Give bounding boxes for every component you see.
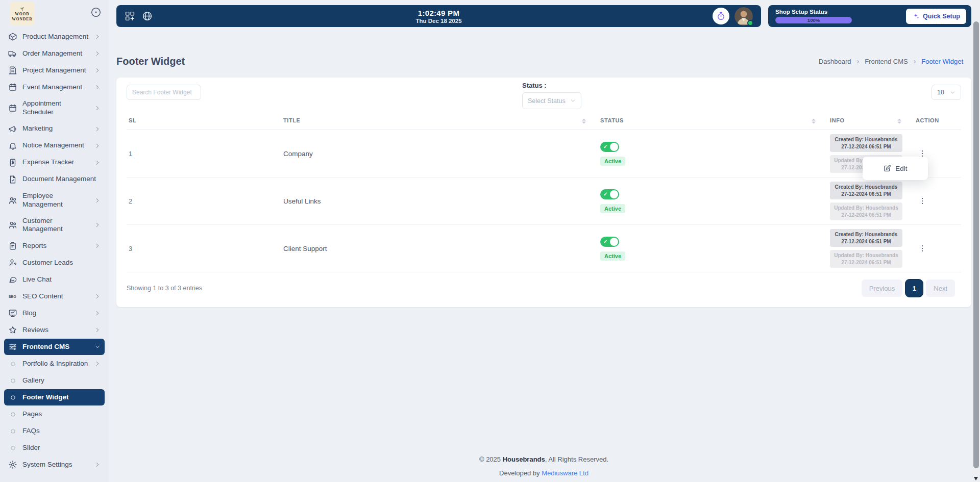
sidebar-item-document-management[interactable]: Document Management bbox=[4, 171, 105, 188]
breadcrumb-dashboard[interactable]: Dashboard bbox=[819, 58, 851, 65]
chevron-right-icon bbox=[94, 243, 101, 249]
sidebar-item-frontend-cms[interactable]: Frontend CMS bbox=[4, 339, 105, 355]
scrollbar-down-arrow[interactable] bbox=[974, 477, 978, 480]
sidebar-item-label: Footer Widget bbox=[22, 393, 101, 402]
seo-icon: SEO bbox=[8, 292, 17, 301]
sidebar-collapse-icon[interactable] bbox=[90, 7, 102, 18]
sidebar-item-footer-widget[interactable]: Footer Widget bbox=[4, 389, 105, 405]
cell-info: Created By: Housebrands 27-12-2024 06:51… bbox=[828, 225, 914, 272]
chevron-down-icon bbox=[570, 98, 576, 104]
search-input[interactable] bbox=[127, 85, 201, 100]
sidebar-item-label: Live Chat bbox=[22, 275, 101, 284]
cell-status: ✓ Active bbox=[598, 177, 828, 225]
sidebar-item-reports[interactable]: Reports bbox=[4, 238, 105, 254]
sidebar-item-marketing[interactable]: Marketing bbox=[4, 121, 105, 137]
sidebar-item-label: Appointment Scheduler bbox=[22, 99, 89, 117]
sidebar-item-blog[interactable]: Blog bbox=[4, 305, 105, 321]
sidebar-item-label: Customer Leads bbox=[22, 259, 101, 267]
bell-icon bbox=[8, 141, 17, 150]
table-footer: Showing 1 to 3 of 3 entries Previous 1 N… bbox=[127, 272, 961, 307]
sidebar-item-gallery[interactable]: Gallery bbox=[4, 372, 105, 389]
column-header-status[interactable]: STATUS bbox=[598, 113, 828, 130]
sidebar-item-live-chat[interactable]: Live Chat bbox=[4, 271, 105, 288]
status-toggle[interactable]: ✓ bbox=[600, 189, 619, 199]
globe-icon[interactable] bbox=[142, 11, 153, 21]
sidebar-item-label: Event Management bbox=[22, 83, 89, 92]
breadcrumb-frontend-cms[interactable]: Frontend CMS bbox=[865, 58, 908, 65]
sidebar-item-appointment-scheduler[interactable]: Appointment Scheduler bbox=[4, 96, 105, 120]
sidebar-item-customer-leads[interactable]: Customer Leads bbox=[4, 255, 105, 271]
sidebar-item-project-management[interactable]: Project Management bbox=[4, 62, 105, 79]
sidebar-item-faqs[interactable]: FAQs bbox=[4, 423, 105, 439]
sidebar-item-employee-management[interactable]: Employee Management bbox=[4, 188, 105, 213]
topbar-left bbox=[125, 11, 153, 21]
sparkles-icon bbox=[912, 12, 920, 20]
chevron-right-icon bbox=[94, 34, 101, 40]
sidebar-item-product-management[interactable]: Product Management bbox=[4, 29, 105, 45]
table-row-client-support: 3 Client Support ✓ Active Created By: Ho… bbox=[127, 225, 961, 272]
main-area: 1:02:49 PM Thu Dec 18 2025 bbox=[109, 0, 980, 482]
page-number-button[interactable]: 1 bbox=[905, 280, 923, 297]
sidebar-item-label: Order Management bbox=[22, 49, 89, 58]
quick-setup-button[interactable]: Quick Setup bbox=[906, 9, 966, 24]
chevron-right-icon bbox=[94, 126, 101, 132]
sidebar-item-system-settings[interactable]: System Settings bbox=[4, 456, 105, 473]
check-icon: ✓ bbox=[603, 144, 607, 149]
topbar-right bbox=[713, 7, 753, 26]
chevron-right-icon bbox=[94, 222, 101, 228]
cell-action bbox=[914, 225, 961, 272]
per-page-value: 10 bbox=[937, 89, 944, 96]
previous-page-button[interactable]: Previous bbox=[862, 280, 903, 297]
sidebar-item-event-management[interactable]: Event Management bbox=[4, 79, 105, 95]
sidebar-item-portfolio-inspiration[interactable]: Portfolio & Inspiration bbox=[4, 356, 105, 372]
document-icon bbox=[8, 175, 17, 184]
edit-menu-item[interactable]: Edit bbox=[883, 164, 907, 172]
sidebar-item-label: Reports bbox=[22, 242, 89, 250]
avatar[interactable] bbox=[734, 7, 753, 26]
status-toggle[interactable]: ✓ bbox=[600, 142, 619, 152]
brand-logo[interactable]: WOOD WONDER bbox=[10, 2, 34, 26]
monitor-icon bbox=[8, 309, 17, 318]
status-select-value: Select Status bbox=[528, 97, 566, 105]
breadcrumb: Dashboard › Frontend CMS › Footer Widget bbox=[819, 57, 971, 65]
row-actions-button[interactable] bbox=[916, 242, 929, 255]
sprout-icon bbox=[19, 6, 25, 12]
stopwatch-button[interactable] bbox=[713, 8, 729, 24]
column-header-info[interactable]: INFO bbox=[828, 113, 914, 130]
online-status-dot bbox=[747, 20, 753, 26]
column-header-title[interactable]: TITLE bbox=[281, 113, 598, 130]
created-info-badge: Created By: Housebrands 27-12-2024 06:51… bbox=[830, 182, 902, 199]
next-page-button[interactable]: Next bbox=[926, 280, 955, 297]
sidebar-item-order-management[interactable]: Order Management bbox=[4, 45, 105, 62]
sidebar-item-label: Portfolio & Inspiration bbox=[22, 360, 89, 368]
status-toggle[interactable]: ✓ bbox=[600, 237, 619, 247]
chevron-right-icon bbox=[94, 143, 101, 149]
truck-icon bbox=[8, 49, 17, 58]
copyright-line: © 2025 Housebrands, All Rights Reserved. bbox=[116, 455, 971, 463]
sidebar-item-pages[interactable]: Pages bbox=[4, 406, 105, 422]
sidebar-item-label: Customer Management bbox=[22, 217, 89, 234]
sidebar-item-slider[interactable]: Slider bbox=[4, 440, 105, 456]
clock: 1:02:49 PM Thu Dec 18 2025 bbox=[415, 9, 461, 24]
cell-title: Client Support bbox=[281, 225, 598, 272]
receipt-icon bbox=[8, 158, 17, 167]
row-actions-button[interactable] bbox=[916, 194, 929, 208]
status-filter-label: Status : bbox=[522, 82, 581, 89]
per-page-select[interactable]: 10 bbox=[932, 85, 961, 100]
sort-icon bbox=[812, 119, 816, 124]
pagination: Previous 1 Next bbox=[862, 280, 961, 297]
status-select[interactable]: Select Status bbox=[522, 92, 581, 109]
sidebar-item-seo-content[interactable]: SEO SEO Content bbox=[4, 288, 105, 305]
sidebar-item-customer-management[interactable]: Customer Management bbox=[4, 213, 105, 238]
developer-link[interactable]: Mediusware Ltd bbox=[542, 469, 589, 477]
chevron-right-icon bbox=[94, 361, 101, 367]
cell-sl: 3 bbox=[127, 225, 281, 272]
sidebar-item-expense-tracker[interactable]: Expense Tracker bbox=[4, 155, 105, 171]
grid-plus-icon[interactable] bbox=[125, 11, 135, 21]
scrollbar-thumb[interactable] bbox=[973, 21, 979, 468]
circle-icon bbox=[8, 410, 17, 419]
scrollbar-track[interactable] bbox=[972, 0, 980, 482]
sidebar-item-notice-management[interactable]: Notice Management bbox=[4, 138, 105, 154]
chevron-right-icon bbox=[94, 293, 101, 299]
sidebar-item-reviews[interactable]: Reviews bbox=[4, 322, 105, 338]
